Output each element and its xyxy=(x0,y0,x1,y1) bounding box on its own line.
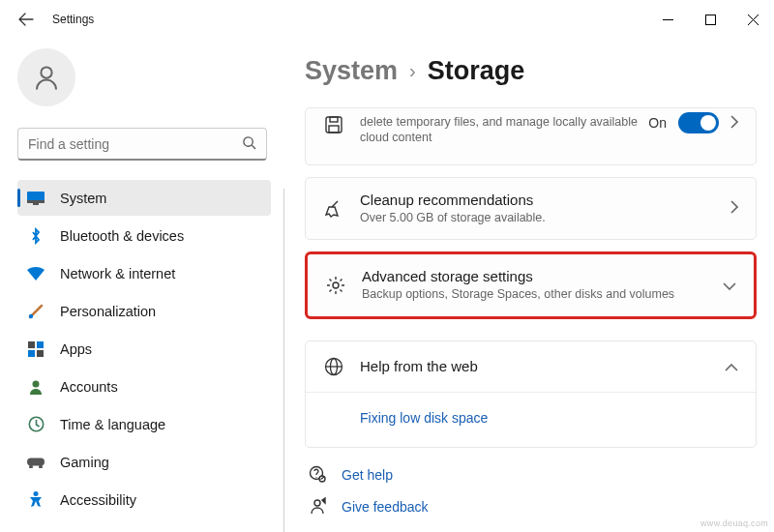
chevron-right-icon xyxy=(730,115,738,132)
svg-point-8 xyxy=(29,313,33,317)
help-card: Help from the web Fixing low disk space xyxy=(305,340,757,448)
svg-rect-20 xyxy=(330,117,338,122)
storage-sense-card[interactable]: delete temporary files, and manage local… xyxy=(305,107,757,165)
breadcrumb-parent[interactable]: System xyxy=(305,56,398,86)
svg-rect-11 xyxy=(28,350,35,357)
chevron-down-icon xyxy=(723,278,736,293)
help-title: Help from the web xyxy=(360,358,725,374)
nav-item-network[interactable]: Network & internet xyxy=(17,255,271,291)
svg-point-27 xyxy=(315,476,316,477)
svg-rect-10 xyxy=(37,341,44,348)
person-icon xyxy=(27,378,45,396)
svg-rect-12 xyxy=(37,350,44,357)
nav-item-time[interactable]: Time & language xyxy=(17,406,271,442)
svg-point-22 xyxy=(333,282,339,288)
nav-label: Accounts xyxy=(60,379,118,395)
content-area: System › Storage delete temporary files,… xyxy=(285,39,774,532)
gamepad-icon xyxy=(27,454,45,471)
cleanup-title: Cleanup recommendations xyxy=(360,192,730,208)
nav-label: Apps xyxy=(60,341,92,357)
nav-label: Time & language xyxy=(60,417,165,432)
svg-rect-7 xyxy=(33,203,39,205)
breadcrumb-current: Storage xyxy=(428,56,525,86)
cleanup-desc: Over 5.00 GB of storage available. xyxy=(360,210,730,225)
help-header[interactable]: Help from the web xyxy=(306,341,756,392)
save-icon xyxy=(323,116,344,133)
nav-label: System xyxy=(60,191,106,206)
svg-rect-21 xyxy=(329,126,339,133)
paintbrush-icon xyxy=(27,303,45,320)
nav-label: Bluetooth & devices xyxy=(60,228,184,244)
svg-rect-6 xyxy=(27,200,45,203)
svg-rect-1 xyxy=(705,15,715,24)
back-button[interactable] xyxy=(17,12,35,27)
give-feedback-link[interactable]: Give feedback xyxy=(305,497,757,517)
breadcrumb: System › Storage xyxy=(305,56,757,86)
nav-label: Personalization xyxy=(60,304,156,319)
search-icon xyxy=(242,135,256,153)
cleanup-card[interactable]: Cleanup recommendations Over 5.00 GB of … xyxy=(305,177,757,240)
gear-icon xyxy=(325,276,346,295)
svg-point-18 xyxy=(34,491,39,496)
clock-icon xyxy=(27,416,45,433)
chevron-up-icon xyxy=(725,359,738,374)
chevron-right-icon: › xyxy=(409,60,416,82)
advanced-storage-card[interactable]: Advanced storage settings Backup options… xyxy=(305,251,757,318)
nav-item-system[interactable]: System xyxy=(17,180,271,216)
window-controls xyxy=(646,4,774,35)
svg-point-13 xyxy=(33,380,40,387)
svg-line-4 xyxy=(252,145,255,149)
nav-label: Accessibility xyxy=(60,492,136,508)
scroll-separator xyxy=(283,189,284,532)
toggle-status-label: On xyxy=(648,115,667,131)
sidebar: System Bluetooth & devices Network & int… xyxy=(0,39,285,532)
nav-item-apps[interactable]: Apps xyxy=(17,331,271,367)
search-input[interactable] xyxy=(28,136,242,152)
avatar[interactable] xyxy=(17,48,75,106)
broom-icon xyxy=(323,199,344,219)
nav-item-bluetooth[interactable]: Bluetooth & devices xyxy=(17,218,271,253)
accessibility-icon xyxy=(27,491,45,509)
nav-item-accounts[interactable]: Accounts xyxy=(17,369,271,404)
svg-point-29 xyxy=(314,500,320,506)
svg-rect-9 xyxy=(28,341,35,348)
window-title: Settings xyxy=(52,13,94,26)
nav-label: Network & internet xyxy=(60,266,175,281)
bluetooth-icon xyxy=(27,227,45,245)
footer-links: Get help Give feedback xyxy=(305,465,757,517)
feedback-icon xyxy=(309,497,326,517)
wifi-icon xyxy=(27,265,45,282)
svg-point-3 xyxy=(244,136,253,145)
get-help-link[interactable]: Get help xyxy=(305,465,757,486)
nav-list: System Bluetooth & devices Network & int… xyxy=(17,180,284,517)
svg-rect-15 xyxy=(27,458,45,466)
minimize-button[interactable] xyxy=(646,4,689,35)
close-button[interactable] xyxy=(731,4,774,35)
search-box[interactable] xyxy=(17,128,267,161)
help-link-low-disk-space[interactable]: Fixing low disk space xyxy=(360,410,488,426)
nav-item-gaming[interactable]: Gaming xyxy=(17,444,271,480)
feedback-label: Give feedback xyxy=(342,499,429,515)
svg-point-2 xyxy=(41,67,51,77)
nav-item-accessibility[interactable]: Accessibility xyxy=(17,482,271,517)
advanced-desc: Backup options, Storage Spaces, other di… xyxy=(362,286,723,302)
watermark: www.deuaq.com xyxy=(700,518,768,528)
nav-item-personalization[interactable]: Personalization xyxy=(17,293,271,329)
help-icon xyxy=(309,465,326,486)
storage-sense-desc: delete temporary files, and manage local… xyxy=(360,114,648,146)
titlebar: Settings xyxy=(0,0,774,39)
maximize-button[interactable] xyxy=(689,4,731,35)
nav-label: Gaming xyxy=(60,455,109,470)
monitor-icon xyxy=(27,190,45,207)
chevron-right-icon xyxy=(730,200,738,217)
get-help-label: Get help xyxy=(342,467,393,483)
storage-sense-toggle[interactable] xyxy=(678,112,719,133)
apps-icon xyxy=(27,340,45,358)
advanced-title: Advanced storage settings xyxy=(362,268,723,284)
globe-icon xyxy=(323,357,344,376)
